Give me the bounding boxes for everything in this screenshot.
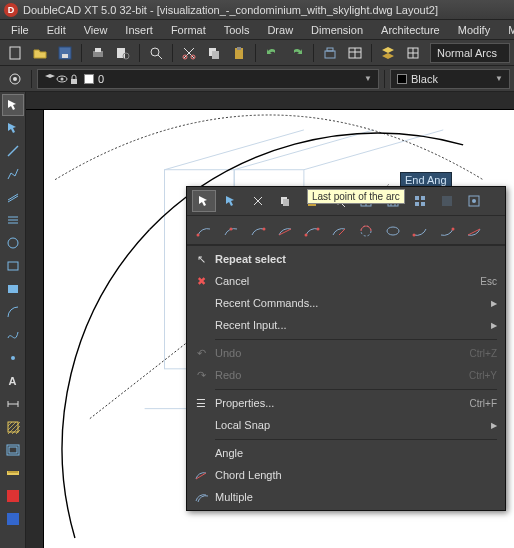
- ctx-copy[interactable]: [273, 190, 297, 212]
- arc-mode-2[interactable]: [219, 219, 243, 241]
- hatch-button[interactable]: [402, 42, 424, 64]
- arc-mode-7[interactable]: [354, 219, 378, 241]
- svg-point-6: [123, 53, 129, 59]
- ctx-properties[interactable]: ☰ Properties... Ctrl+F: [187, 392, 505, 414]
- rect-fill-tool[interactable]: [2, 278, 24, 300]
- redo-button[interactable]: [286, 42, 308, 64]
- ctx-cut[interactable]: [246, 190, 270, 212]
- hatch-tool[interactable]: [2, 416, 24, 438]
- menu-architecture[interactable]: Architecture: [372, 22, 449, 38]
- arc-mode-6[interactable]: [327, 219, 351, 241]
- linetype-dropdown[interactable]: Normal Arcs: [430, 43, 510, 63]
- arc-mode-4[interactable]: [273, 219, 297, 241]
- chevron-down-icon: ▼: [364, 74, 372, 83]
- ctx-multiple[interactable]: Multiple: [187, 486, 505, 508]
- svg-rect-38: [9, 447, 17, 453]
- polyline-tool[interactable]: [2, 163, 24, 185]
- svg-point-78: [452, 228, 455, 231]
- layer-button[interactable]: [377, 42, 399, 64]
- svg-rect-30: [8, 262, 18, 270]
- open-button[interactable]: [29, 42, 51, 64]
- arc-mode-9[interactable]: [408, 219, 432, 241]
- point-tool[interactable]: [2, 347, 24, 369]
- block-button[interactable]: [319, 42, 341, 64]
- svg-line-72: [279, 229, 291, 235]
- props-icon: ☰: [191, 397, 211, 410]
- svg-line-26: [8, 146, 18, 156]
- menu-view[interactable]: View: [75, 22, 117, 38]
- menu-modify[interactable]: Modify: [449, 22, 499, 38]
- ctx-select-alt-tool[interactable]: [219, 190, 243, 212]
- viewport-tool[interactable]: [2, 439, 24, 461]
- new-button[interactable]: [4, 42, 26, 64]
- select-tool[interactable]: [2, 94, 24, 116]
- color-dropdown[interactable]: Black ▼: [390, 69, 510, 89]
- print-preview-button[interactable]: [112, 42, 134, 64]
- select-similar-tool[interactable]: [2, 117, 24, 139]
- arc-mode-8[interactable]: [381, 219, 405, 241]
- menu-dimension[interactable]: Dimension: [302, 22, 372, 38]
- arc-mode-11[interactable]: [462, 219, 486, 241]
- layer-color-swatch: [84, 74, 94, 84]
- multiline-tool[interactable]: [2, 209, 24, 231]
- menu-insert[interactable]: Insert: [116, 22, 162, 38]
- color-blue-tool[interactable]: [2, 508, 24, 530]
- svg-point-24: [61, 77, 64, 80]
- menu-draw[interactable]: Draw: [258, 22, 302, 38]
- svg-point-69: [197, 234, 200, 237]
- tag-label: End Ang: [405, 174, 447, 186]
- measure-tool[interactable]: [2, 462, 24, 484]
- undo-icon: ↶: [191, 347, 211, 360]
- find-button[interactable]: [145, 42, 167, 64]
- multi-icon: [191, 491, 211, 503]
- text-tool[interactable]: A: [2, 370, 24, 392]
- line-tool[interactable]: [2, 140, 24, 162]
- ctx-grid5[interactable]: [462, 190, 486, 212]
- layer-toolbar: 0 ▼ Black ▼: [0, 66, 514, 92]
- ctx-select-tool[interactable]: [192, 190, 216, 212]
- rect-outline-tool[interactable]: [2, 255, 24, 277]
- window-title: DoubleCAD XT 5.0 32-bit - [visualization…: [23, 4, 438, 16]
- save-button[interactable]: [54, 42, 76, 64]
- menu-edit[interactable]: Edit: [38, 22, 75, 38]
- arc-tool[interactable]: [2, 301, 24, 323]
- ctx-cancel[interactable]: ✖ Cancel Esc: [187, 270, 505, 292]
- circle-tool[interactable]: [2, 232, 24, 254]
- ctx-repeat-select[interactable]: ↖ Repeat select Last point of the arc: [187, 248, 505, 270]
- arc-mode-5[interactable]: [300, 219, 324, 241]
- ctx-grid3[interactable]: [408, 190, 432, 212]
- ctx-local-snap[interactable]: Local Snap ▶: [187, 414, 505, 436]
- settings-button[interactable]: [4, 68, 26, 90]
- ctx-angle[interactable]: Angle: [187, 442, 505, 464]
- svg-point-71: [263, 228, 266, 231]
- menu-file[interactable]: File: [2, 22, 38, 38]
- arc-mode-1[interactable]: [192, 219, 216, 241]
- ctx-recent-input[interactable]: Recent Input... ▶: [187, 314, 505, 336]
- ctx-grid4[interactable]: [435, 190, 459, 212]
- ctx-chord-length[interactable]: Chord Length: [187, 464, 505, 486]
- ctx-recent-commands[interactable]: Recent Commands... ▶: [187, 292, 505, 314]
- undo-button[interactable]: [261, 42, 283, 64]
- menu-tools[interactable]: Tools: [215, 22, 259, 38]
- svg-point-75: [361, 226, 371, 236]
- arc-mode-3[interactable]: [246, 219, 270, 241]
- tool-palette: A: [0, 92, 26, 548]
- layer-dropdown[interactable]: 0 ▼: [37, 69, 379, 89]
- cut-button[interactable]: [178, 42, 200, 64]
- print-button[interactable]: [87, 42, 109, 64]
- x-icon: ✖: [191, 275, 211, 288]
- copy-button[interactable]: [203, 42, 225, 64]
- table-button[interactable]: [344, 42, 366, 64]
- dimension-tool[interactable]: [2, 393, 24, 415]
- color-red-tool[interactable]: [2, 485, 24, 507]
- svg-rect-37: [7, 445, 19, 455]
- svg-point-76: [387, 227, 399, 235]
- paste-button[interactable]: [228, 42, 250, 64]
- svg-rect-13: [235, 48, 243, 59]
- curve-tool[interactable]: [2, 324, 24, 346]
- menu-modes[interactable]: Modes: [499, 22, 514, 38]
- menu-format[interactable]: Format: [162, 22, 215, 38]
- svg-rect-25: [71, 79, 77, 84]
- double-line-tool[interactable]: [2, 186, 24, 208]
- arc-mode-10[interactable]: [435, 219, 459, 241]
